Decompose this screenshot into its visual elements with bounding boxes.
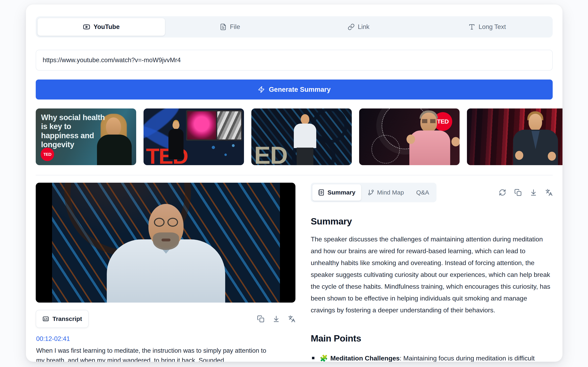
transcript-button-label: Transcript (52, 315, 82, 322)
source-tabs: YouTube File Link Long Text (36, 16, 553, 38)
link-icon (348, 24, 355, 30)
transcript-button[interactable]: Transcript (36, 310, 89, 328)
thumbnail5-speaker-head (528, 114, 542, 131)
ted-logo-badge: TED (41, 148, 54, 161)
regenerate-button[interactable] (499, 189, 506, 196)
download-icon (530, 189, 537, 196)
translate-icon (288, 315, 295, 323)
transcript-text: When I was first learning to meditate, t… (36, 346, 273, 362)
copy-transcript-button[interactable] (257, 315, 264, 323)
copy-icon (514, 189, 522, 196)
tab-mind-map[interactable]: Mind Map (362, 184, 410, 201)
speaker-mouth (162, 239, 171, 242)
main-points-heading: Main Points (311, 333, 361, 344)
download-transcript-button[interactable] (273, 315, 280, 323)
puzzle-emoji: 🧩 (320, 355, 328, 362)
tab-file-label: File (230, 23, 240, 31)
translate-summary-button[interactable] (545, 189, 553, 196)
tab-long-text-label: Long Text (479, 23, 506, 31)
thumbnail3-speaker-pants (297, 148, 313, 165)
main-point-title: Meditation Challenges (330, 355, 400, 362)
virus-image (187, 111, 216, 140)
type-icon (468, 24, 475, 30)
tab-long-text[interactable]: Long Text (424, 18, 551, 36)
main-point-item: 🧩Meditation Challenges: Maintaining focu… (311, 352, 545, 362)
url-input[interactable] (36, 50, 553, 71)
transcript-timestamp[interactable]: 00:12-02:41 (36, 335, 70, 342)
thumbnail2-speaker-head (173, 121, 180, 129)
refresh-icon (499, 189, 506, 196)
tab-qa-label: Q&A (416, 189, 429, 196)
zap-icon (258, 86, 265, 93)
results-tabs: Summary Mind Map Q&A (311, 183, 437, 202)
translate-icon (545, 189, 553, 196)
video-panel: Transcript 00:12-02:41 When I was first … (36, 183, 295, 354)
transcript-toolbar: Transcript (36, 310, 295, 328)
section-divider (36, 175, 553, 175)
video-player[interactable] (36, 183, 295, 303)
generate-summary-button[interactable]: Generate Summary (36, 80, 553, 100)
results-panel: Summary Mind Map Q&A (311, 183, 553, 354)
youtube-icon (83, 23, 90, 31)
thumbnail4-speaker-hand (451, 137, 459, 146)
captions-icon (42, 315, 49, 322)
tab-link-label: Link (358, 23, 370, 31)
thumbnail2-stage-screen (186, 110, 242, 141)
generate-summary-label: Generate Summary (269, 86, 331, 93)
bw-photo (217, 111, 241, 140)
thumbnail1-title: Why social health is key to happiness an… (41, 113, 106, 149)
download-summary-button[interactable] (530, 189, 537, 196)
video-thumbnail-2[interactable]: TED (144, 108, 244, 165)
translate-transcript-button[interactable] (288, 315, 295, 323)
video-frame (52, 183, 280, 303)
thumbnail4-speaker-glasses (422, 119, 435, 123)
video-thumbnail-5[interactable] (467, 108, 562, 165)
copy-summary-button[interactable] (514, 189, 522, 196)
results-header: Summary Mind Map Q&A (311, 183, 553, 202)
git-branch-icon (368, 189, 374, 196)
file-icon (220, 24, 227, 30)
tab-summary-label: Summary (328, 189, 355, 196)
thumbnail5-speaker-hand (548, 152, 556, 161)
summary-heading: Summary (311, 216, 352, 227)
thumbnail1-speaker-head (106, 117, 121, 136)
tab-qa[interactable]: Q&A (410, 184, 435, 201)
tab-mind-map-label: Mind Map (377, 189, 404, 196)
thumbnail2-speaker-body (168, 129, 183, 159)
notebook-icon (318, 189, 325, 196)
tab-summary[interactable]: Summary (312, 184, 361, 201)
summary-text: The speaker discusses the challenges of … (311, 233, 553, 316)
thumbnail4-speaker-sweater (409, 131, 450, 165)
thumbnail4-speaker-hand (406, 134, 415, 144)
video-thumbnail-row: Why social health is key to happiness an… (36, 108, 562, 165)
thumbnail3-speaker-head (301, 114, 309, 124)
speaker-glasses (151, 218, 181, 227)
tab-file[interactable]: File (166, 18, 294, 36)
stage-lights (207, 142, 238, 160)
tab-youtube-label: YouTube (94, 23, 120, 31)
video-thumbnail-1[interactable]: Why social health is key to happiness an… (36, 108, 136, 165)
results-actions (499, 189, 553, 196)
ted-stage-letters: ED (254, 141, 287, 165)
tab-link[interactable]: Link (295, 18, 422, 36)
video-thumbnail-3[interactable]: ED (251, 108, 352, 165)
video-thumbnail-4[interactable]: TED (359, 108, 459, 165)
copy-icon (257, 315, 264, 323)
tab-youtube[interactable]: YouTube (38, 18, 165, 36)
thumbnail5-speaker-hand (515, 151, 523, 160)
main-card: YouTube File Link Long Text Generate Sum… (26, 4, 562, 362)
thumbnail3-speaker-shirt (294, 124, 316, 148)
download-icon (273, 315, 280, 323)
transcript-actions (257, 315, 295, 323)
